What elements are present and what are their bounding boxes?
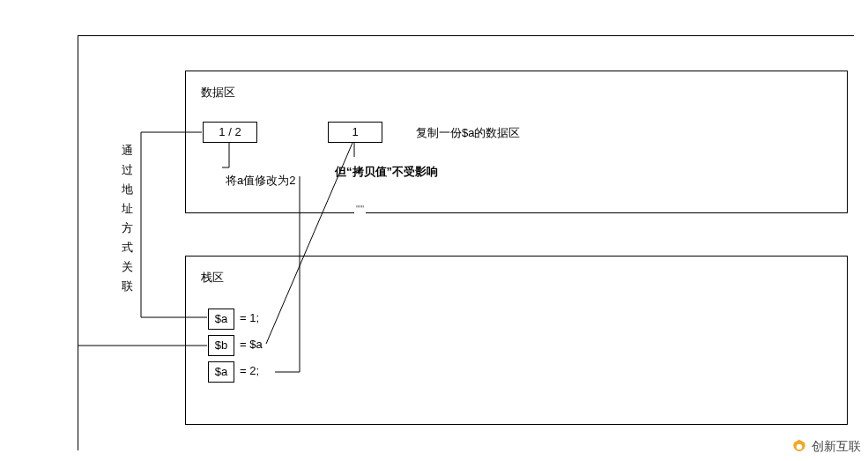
stack-row2-rest: = $a [238,338,264,351]
bold-note: 但“拷贝值”不受影响 [333,164,440,180]
data-cell-copy: 1 [328,122,382,143]
copy-note: 复制一份$a的数据区 [414,125,522,141]
stack-row1-var: $a [208,309,234,330]
data-area-box [185,71,848,213]
stack-row2-var: $b [208,335,234,356]
watermark: 创新互联 [790,438,861,456]
modify-note: 将a值修改为2 [224,173,297,189]
svg-point-2 [797,444,803,450]
stack-row1-rest: = 1; [238,311,261,324]
watermark-text: 创新互联 [812,439,861,455]
stack-row-3: $a = 2; [208,361,287,381]
data-cell-a: 1 / 2 [203,122,257,143]
small-mark: "'" [354,204,366,214]
stack-row-2: $b = $a [208,335,287,354]
data-area-title: 数据区 [199,85,237,100]
watermark-icon [790,438,808,456]
stack-row3-var: $a [208,361,234,383]
stack-row-1: $a = 1; [208,309,287,328]
stack-row3-rest: = 2; [238,364,261,377]
diagram-canvas: 数据区 1 / 2 1 复制一份$a的数据区 将a值修改为2 但“拷贝值”不受影… [0,0,868,461]
stack-area-title: 栈区 [199,270,226,286]
vertical-label: 通过地址方式关联 [119,141,135,296]
